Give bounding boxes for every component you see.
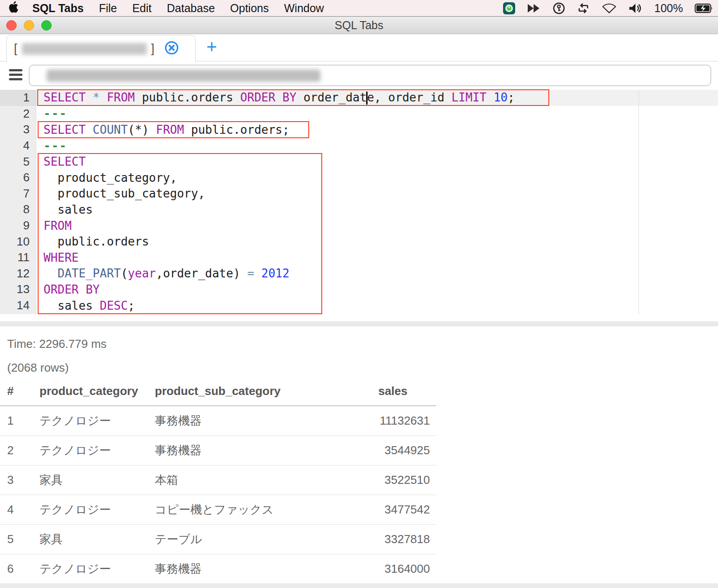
tab-label-open-bracket: [	[14, 42, 18, 56]
menu-edit[interactable]: Edit	[132, 2, 152, 15]
minimize-window-button[interactable]	[24, 20, 34, 31]
results-table: #product_categoryproduct_sub_categorysal…	[0, 377, 436, 584]
cell-product-sub-category: テーブル	[155, 524, 339, 554]
battery-icon[interactable]	[695, 3, 714, 13]
line-number: 9	[0, 219, 36, 233]
code-line: 9FROM	[0, 218, 718, 234]
code-line: 11WHERE	[0, 250, 718, 266]
sql-editor[interactable]: 1SELECT * FROM public.orders ORDER BY or…	[0, 90, 718, 326]
row-index: 4	[0, 495, 39, 524]
close-window-button[interactable]	[6, 20, 17, 31]
cell-sales: 3164000	[339, 554, 436, 584]
table-row: 3家具本箱3522510	[0, 465, 436, 495]
connection-string-input[interactable]	[29, 65, 711, 86]
results-pane: Time: 2296.779 ms (2068 rows) #product_c…	[0, 326, 718, 588]
column-header-product_category: product_category	[39, 377, 155, 406]
menu-options[interactable]: Options	[230, 2, 269, 15]
battery-percent: 100%	[654, 2, 683, 15]
table-row: 4テクノロジーコピー機とファックス3477542	[0, 495, 436, 524]
code-line: 6 product_category,	[0, 170, 718, 186]
line-number: 2	[0, 107, 36, 121]
sync-icon[interactable]	[577, 2, 590, 14]
line-number: 8	[0, 202, 36, 216]
apple-menu[interactable]	[9, 1, 19, 16]
cell-product-sub-category: 事務機器	[155, 406, 339, 435]
window-title-bar[interactable]: SQL Tabs	[0, 17, 718, 34]
cell-sales: 3327818	[339, 524, 436, 554]
circled-key-icon[interactable]	[553, 2, 565, 14]
cell-product-category: 家具	[39, 465, 155, 495]
traffic-lights	[6, 20, 52, 31]
results-table-body: 1テクノロジー事務機器111326312テクノロジー事務機器35449253家具…	[0, 406, 436, 584]
cell-product-sub-category: コピー機とファックス	[155, 495, 339, 524]
code-line: 5SELECT	[0, 154, 718, 170]
code-line: 7 product_sub_category,	[0, 186, 718, 202]
table-row: 2テクノロジー事務機器3544925	[0, 435, 436, 465]
line-number: 5	[0, 155, 36, 169]
code-line: 12 DATE_PART(year,order_date) = 2012	[0, 266, 718, 282]
row-index: 1	[0, 406, 39, 435]
column-header-product_sub_category: product_sub_category	[155, 377, 339, 406]
cell-product-category: 家具	[39, 524, 155, 554]
code-lines[interactable]: 1SELECT * FROM public.orders ORDER BY or…	[0, 90, 718, 313]
menu-window[interactable]: Window	[284, 2, 324, 15]
connection-string-redacted	[47, 70, 320, 82]
cell-product-sub-category: 事務機器	[155, 435, 339, 465]
status-icons: 100%	[503, 2, 718, 15]
code-line: 8 sales	[0, 202, 718, 218]
results-horizontal-scrollbar[interactable]	[0, 584, 718, 588]
line-number: 14	[0, 298, 36, 312]
menu-bar: SQL Tabs File Edit Database Options Wind…	[0, 0, 718, 17]
editor-horizontal-scrollbar[interactable]	[0, 321, 718, 326]
hamburger-menu-icon[interactable]	[9, 69, 22, 83]
column-header-num: #	[0, 377, 39, 406]
connection-row	[0, 61, 718, 90]
cell-product-category: テクノロジー	[39, 406, 155, 435]
table-row: 6テクノロジー事務機器3164000	[0, 554, 436, 584]
code-line: 3SELECT COUNT(*) FROM public.orders;	[0, 122, 718, 138]
line-number: 4	[0, 139, 36, 153]
tab-label-close-bracket: ]	[151, 42, 155, 56]
menu-file[interactable]: File	[99, 2, 117, 15]
apple-icon	[9, 1, 19, 16]
table-row: 5家具テーブル3327818	[0, 524, 436, 554]
cell-product-category: テクノロジー	[39, 435, 155, 465]
line-number: 1	[0, 91, 36, 105]
line-number: 7	[0, 187, 36, 201]
menu-app-name[interactable]: SQL Tabs	[32, 2, 83, 15]
code-line: 1SELECT * FROM public.orders ORDER BY or…	[0, 90, 718, 106]
volume-icon[interactable]	[628, 3, 643, 14]
new-tab-button[interactable]: +	[203, 34, 220, 61]
shuttle-icon[interactable]	[527, 3, 541, 13]
cell-sales: 3544925	[339, 435, 436, 465]
row-index: 2	[0, 435, 39, 465]
line-number: 3	[0, 123, 36, 136]
window-title: SQL Tabs	[0, 17, 718, 34]
line-number: 11	[0, 250, 36, 264]
cell-sales: 11132631	[339, 406, 436, 435]
code-line: 4---	[0, 138, 718, 154]
row-index: 3	[0, 465, 39, 495]
cell-product-category: テクノロジー	[39, 495, 155, 524]
menu-bar-left: SQL Tabs File Edit Database Options Wind…	[0, 1, 339, 16]
line-number: 10	[0, 235, 36, 249]
cell-sales: 3522510	[339, 465, 436, 495]
column-header-sales: sales	[339, 377, 436, 406]
circled-x-icon	[164, 40, 179, 57]
row-index: 5	[0, 524, 39, 554]
menu-database[interactable]: Database	[167, 2, 215, 15]
code-line: 14 sales DESC;	[0, 298, 718, 314]
cell-product-category: テクノロジー	[39, 554, 155, 584]
wifi-icon[interactable]	[602, 3, 617, 13]
green-app-icon[interactable]	[503, 2, 515, 14]
cell-product-sub-category: 本箱	[155, 465, 339, 495]
close-tab-button[interactable]	[164, 40, 179, 57]
results-header-row: #product_categoryproduct_sub_categorysal…	[0, 377, 436, 406]
line-number: 6	[0, 171, 36, 184]
connection-tab[interactable]: [ ]	[6, 35, 196, 62]
code-line: 10 public.orders	[0, 233, 718, 250]
tab-label-redacted	[22, 43, 147, 55]
zoom-window-button[interactable]	[41, 20, 52, 31]
code-line: 2---	[0, 106, 718, 122]
row-count-label: (2068 rows)	[7, 361, 69, 375]
